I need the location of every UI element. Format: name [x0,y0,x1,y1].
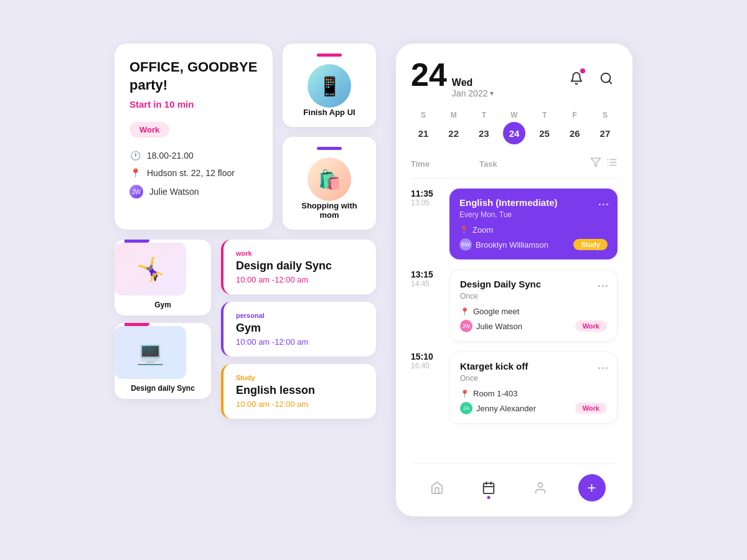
party-person: Julie Watson [149,187,199,197]
task-category-0: work [236,250,364,257]
time-start-2: 15:10 [411,352,442,362]
location-icon-0: 📍 [459,226,469,235]
person-name-0: Brooklyn Williamson [476,240,548,250]
location-icon-1: 📍 [460,307,469,316]
week-day-3[interactable]: W 24 [502,111,527,144]
calendar-actions [565,67,618,90]
calendar-nav-button[interactable] [475,474,502,502]
table-column-labels: Time Task [411,159,497,169]
month-year: Jan 2022 ▾ [452,88,494,98]
person-avatar: JW [129,185,143,198]
location-icon-2: 📍 [460,390,469,398]
left-panel: OFFICE, GOODBYE party! Start in 10 min W… [115,44,376,419]
task-category-1: personal [236,312,364,319]
time-start-1: 13:15 [411,269,442,279]
event-subtitle-2: Once [460,374,607,383]
calendar-nav-dot [487,496,490,499]
event-tag-2[interactable]: Work [575,403,607,414]
task-card-1[interactable]: personal Gym 10:00 am -12:00 am [221,302,376,357]
event-more-btn-0[interactable]: ⋯ [598,197,609,211]
calendar-panel: 24 Wed Jan 2022 ▾ [396,44,632,516]
event-title-0: English (Intermediate) [459,197,608,208]
party-title: OFFICE, GOODBYE party! [129,58,258,94]
shopping-illustration: 🛍️ [308,157,351,201]
gym-illustration: 🤸‍♀️ [115,243,186,296]
event-card-0[interactable]: ⋯ English (Intermediate) Every Mon, Tue … [449,189,618,259]
chevron-down-icon[interactable]: ▾ [490,89,494,98]
party-location: Hudson st. 22, 12 floor [147,168,235,178]
person-avatar-0: BW [459,238,472,251]
notification-button[interactable] [565,67,588,90]
task-category-2: Study [236,374,364,381]
bottom-nav: + [411,464,618,502]
event-location-2: 📍 Room 1-403 [460,389,607,398]
shopping-card[interactable]: 🛍️ Shopping with mom [283,137,376,230]
design-sync-label: Design daily Sync [115,379,211,399]
task-card-0[interactable]: work Design daily Sync 10:00 am -12:00 a… [221,240,376,294]
phone-illustration: 📱 [308,64,351,108]
schedule-list: 11:35 13:05 ⋯ English (Intermediate) Eve… [411,189,618,459]
profile-nav-button[interactable] [527,474,554,502]
week-day-5[interactable]: F 26 [562,111,587,144]
week-day-2[interactable]: T 23 [471,111,496,144]
event-person-row-0: BW Brooklyn Williamson Study [459,238,608,251]
task-card-2[interactable]: Study English lesson 10:00 am -12:00 am [221,364,376,419]
week-day-0[interactable]: S 21 [411,111,436,144]
event-card-1[interactable]: ⋯ Design Daily Sync Once 📍 Google meet J… [449,269,618,342]
person-info-0: BW Brooklyn Williamson [459,238,548,251]
party-card: OFFICE, GOODBYE party! Start in 10 min W… [115,44,273,230]
table-header: Time Task [411,157,618,179]
week-day-6[interactable]: S 27 [593,111,618,144]
event-person-row-1: JW Julie Watson Work [460,320,607,332]
schedule-row-0: 11:35 13:05 ⋯ English (Intermediate) Eve… [411,189,618,259]
event-title-2: Ktarget kick off [460,361,607,371]
svg-point-13 [538,483,542,487]
main-container: OFFICE, GOODBYE party! Start in 10 min W… [90,19,657,541]
search-button[interactable] [595,67,618,90]
design-sync-thumb-card[interactable]: 💻 Design daily Sync [115,323,211,399]
shopping-card-accent [317,147,342,150]
event-subtitle-1: Once [460,292,607,301]
time-block-1: 13:15 14:45 [411,269,442,288]
party-person-row: JW Julie Watson [129,185,258,198]
location-icon: 📍 [129,167,141,179]
week-day-4[interactable]: T 25 [532,111,557,144]
sort-button[interactable] [606,157,618,170]
filter-button[interactable] [590,157,601,170]
time-end-1: 14:45 [411,279,442,288]
top-row: OFFICE, GOODBYE party! Start in 10 min W… [115,44,376,230]
time-start-0: 11:35 [411,189,442,198]
time-block-0: 11:35 13:05 [411,189,442,207]
task-time-2: 10:00 am -12:00 am [236,399,364,409]
event-tag-1[interactable]: Work [575,320,607,332]
task-column-label: Task [479,159,497,169]
add-event-button[interactable]: + [578,474,606,502]
calendar-header: 24 Wed Jan 2022 ▾ [411,58,618,98]
person-info-2: JA Jenny Alexander [460,402,536,414]
schedule-row-1: 13:15 14:45 ⋯ Design Daily Sync Once 📍 G… [411,269,618,342]
day-number: 24 [411,58,447,91]
task-title-1: Gym [236,322,364,335]
day-name: Wed [452,77,494,88]
event-subtitle-0: Every Mon, Tue [459,210,608,219]
table-actions [590,157,618,170]
person-name-2: Jenny Alexander [476,404,536,413]
schedule-row-2: 15:10 16:40 ⋯ Ktarget kick off Once 📍 Ro… [411,352,618,424]
event-location-0: 📍 Zoom [459,225,608,235]
date-block: 24 Wed Jan 2022 ▾ [411,58,494,98]
event-more-btn-2[interactable]: ⋯ [597,361,608,375]
gym-thumb-card[interactable]: 🤸‍♀️ Gym [115,240,211,315]
event-card-2[interactable]: ⋯ Ktarget kick off Once 📍 Room 1-403 JA … [449,352,618,424]
party-tag[interactable]: Work [129,122,169,138]
week-strip: S 21 M 22 T 23 W 24 T 25 F 26 [411,111,618,144]
notification-dot [580,68,585,73]
home-nav-button[interactable] [423,474,451,502]
gym-label: Gym [115,296,211,315]
party-location-row: 📍 Hudson st. 22, 12 floor [129,167,258,179]
event-more-btn-1[interactable]: ⋯ [597,279,608,292]
finish-app-card[interactable]: 📱 Finish App UI [283,44,376,127]
week-day-1[interactable]: M 22 [441,111,466,144]
svg-rect-9 [483,483,494,494]
svg-marker-2 [591,158,601,167]
event-tag-0[interactable]: Study [573,239,608,250]
